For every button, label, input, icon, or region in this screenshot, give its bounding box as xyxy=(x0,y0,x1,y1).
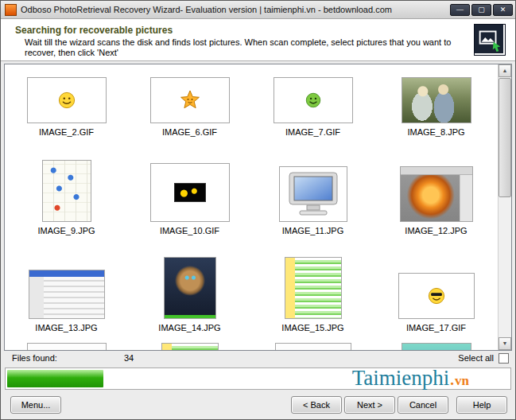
crt-monitor-icon xyxy=(288,171,339,217)
title-bar[interactable]: Odboso PhotoRetrieval Recovery Wizard- E… xyxy=(1,1,515,19)
thumbnail-list: IMAGE_2.GIF IMAGE_6.GIF xyxy=(4,64,512,351)
thumbnail-image[interactable] xyxy=(402,77,471,123)
thumbnail-image[interactable] xyxy=(279,166,347,222)
select-all-checkbox[interactable] xyxy=(499,353,509,364)
thumbnail-label: IMAGE_17.GIF xyxy=(406,323,466,333)
thumbnail-item[interactable]: IMAGE_17.GIF xyxy=(374,243,498,340)
page-title: Searching for recoverable pictures xyxy=(15,25,173,36)
thumbnail-image[interactable] xyxy=(400,166,473,222)
button-bar: Menu... < Back Next > Cancel Help xyxy=(1,390,515,419)
thumbnail-item[interactable]: IMAGE_6.GIF xyxy=(128,64,251,144)
app-window: Odboso PhotoRetrieval Recovery Wizard- E… xyxy=(0,0,516,420)
cool-smiley-icon xyxy=(428,287,445,305)
thumbnail-image[interactable] xyxy=(27,343,107,351)
thumbnail-image[interactable] xyxy=(275,343,351,351)
thumbnail-item[interactable] xyxy=(251,340,374,351)
thumbnail-label: IMAGE_2.GIF xyxy=(39,127,94,138)
thumbnail-label: IMAGE_7.GIF xyxy=(285,127,340,138)
thumbnail-label: IMAGE_6.GIF xyxy=(162,127,217,138)
thumbnail-label: IMAGE_14.JPG xyxy=(158,323,220,333)
thumbnail-item[interactable]: IMAGE_12.JPG xyxy=(374,144,498,243)
thumbnail-label: IMAGE_8.JPG xyxy=(407,127,464,138)
thumbnail-image[interactable] xyxy=(150,163,230,222)
vertical-scrollbar[interactable]: ▲ ▼ xyxy=(498,64,511,350)
thumbnail-label: IMAGE_11.JPG xyxy=(282,226,343,236)
minimize-button[interactable]: — xyxy=(450,4,470,16)
thumbnail-image[interactable] xyxy=(42,160,91,222)
yellow-smiley-icon xyxy=(58,91,76,109)
green-smiley-icon xyxy=(305,92,321,108)
thumbnail-image[interactable] xyxy=(161,343,219,351)
brand-name: Taimienphi xyxy=(352,366,450,390)
thumbnail-item[interactable]: IMAGE_13.JPG xyxy=(5,243,128,340)
thumbnail-label: IMAGE_9.JPG xyxy=(37,226,95,236)
photo-search-icon xyxy=(474,24,506,56)
thumbnail-label: IMAGE_12.JPG xyxy=(405,226,467,236)
progress-fill xyxy=(7,370,103,387)
brand-watermark: Taimienphi.vn xyxy=(352,366,469,393)
scrollbar-thumb[interactable] xyxy=(499,78,511,197)
thumbnail-label: IMAGE_13.JPG xyxy=(35,323,97,333)
thumbnail-item[interactable]: IMAGE_15.JPG xyxy=(251,243,374,340)
thumbnail-item[interactable]: IMAGE_10.GIF xyxy=(128,144,251,243)
thumbnail-item[interactable]: IMAGE_11.JPG xyxy=(251,144,374,243)
status-bar: Files found: 34 Select all xyxy=(1,351,515,365)
app-icon xyxy=(5,4,17,16)
scroll-up-icon[interactable]: ▲ xyxy=(499,64,511,77)
thumbnail-image[interactable] xyxy=(402,343,471,351)
thumbnail-item[interactable]: IMAGE_14.JPG xyxy=(128,243,251,340)
thumbnail-label: IMAGE_15.JPG xyxy=(281,323,343,333)
scroll-down-icon[interactable]: ▼ xyxy=(499,337,511,350)
thumbnail-grid: IMAGE_2.GIF IMAGE_6.GIF xyxy=(5,64,498,351)
window-title: Odboso PhotoRetrieval Recovery Wizard- E… xyxy=(21,5,450,14)
thumbnail-image[interactable] xyxy=(285,257,342,319)
thumbnail-image[interactable] xyxy=(164,257,216,319)
select-all-label: Select all xyxy=(458,353,494,363)
thumbnail-item[interactable] xyxy=(374,340,498,351)
menu-button[interactable]: Menu... xyxy=(10,396,61,414)
close-button[interactable]: ✕ xyxy=(493,4,513,16)
brand-suffix: vn xyxy=(455,373,469,388)
maximize-button[interactable]: ▢ xyxy=(471,4,491,16)
thumbnail-item[interactable] xyxy=(128,340,251,351)
thumbnail-item[interactable]: IMAGE_8.JPG xyxy=(374,64,498,144)
thumbnail-item[interactable]: IMAGE_2.GIF xyxy=(5,64,128,144)
thumbnail-image[interactable] xyxy=(27,77,107,123)
cancel-button[interactable]: Cancel xyxy=(398,396,448,414)
thumbnail-item[interactable] xyxy=(5,340,128,351)
thumbnail-image[interactable] xyxy=(274,77,353,123)
thumbnail-label: IMAGE_10.GIF xyxy=(160,226,219,236)
page-description: Wait till the wizard scans the disk and … xyxy=(25,37,464,58)
help-button[interactable]: Help xyxy=(456,396,507,414)
next-button[interactable]: Next > xyxy=(344,396,395,414)
wizard-header: Searching for recoverable pictures Wait … xyxy=(1,19,515,61)
thumbnail-item[interactable]: IMAGE_9.JPG xyxy=(5,144,128,243)
thumbnail-image[interactable] xyxy=(29,270,105,319)
progress-row: Taimienphi.vn xyxy=(1,366,515,391)
back-button[interactable]: < Back xyxy=(291,396,342,414)
thumbnail-image[interactable] xyxy=(398,273,475,319)
thumbnail-image[interactable] xyxy=(150,77,230,123)
files-found-value: 34 xyxy=(124,353,134,363)
thumbnail-item[interactable]: IMAGE_7.GIF xyxy=(251,64,374,144)
star-icon xyxy=(180,90,200,111)
files-found-label: Files found: xyxy=(12,353,57,363)
